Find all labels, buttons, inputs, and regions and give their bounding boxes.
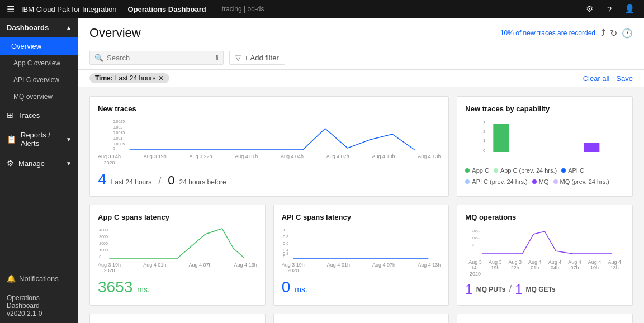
svg-text:1: 1 [484,139,486,142]
svg-text:0: 0 [99,255,101,259]
svg-text:0.002: 0.002 [113,125,123,129]
svg-rect-10 [494,124,509,152]
apic-latency-title: API C spans latency [282,213,441,221]
apic-latency-unit: ms. [295,285,307,294]
filters-bar: 🔍 ℹ ▽ + Add filter [78,46,644,70]
filter-icon: ▽ [235,54,241,62]
svg-text:0.8: 0.8 [283,235,288,239]
sidebar-item-mq-overview[interactable]: MQ overview [0,88,78,105]
refresh-icon[interactable]: ↻ [610,28,617,39]
mq-operations-card: MQ operations 400u 200u 0 Aug 3 14h2020 … [457,205,633,306]
new-traces-previous-label: 24 hours before [179,178,226,186]
new-traces-capability-title: New traces by capability [465,104,624,113]
manage-icon: ⚙ [7,159,14,168]
sidebar-item-manage[interactable]: ⚙ Manage ▼ [0,153,78,173]
reports-icon: 📋 [7,135,16,144]
capability-chart: 3 2 1 0 [465,117,624,162]
dashboards-label: Dashboards [7,23,49,32]
capability-legend: App C App C (prev. 24 hrs.) API C API C … [465,167,624,185]
sidebar-item-notifications[interactable]: 🔔 Notifications [0,269,78,288]
top-spans-errors-card: Top spans with errors ⋮ Operation Errors… [273,314,449,323]
appc-prev-dot [494,168,498,173]
page-header-right: 10% of new traces are recorded ⤴ ↻ 🕐 [500,28,633,39]
apic-latency-value: 0 [282,278,291,296]
clear-all-link[interactable]: Clear all [583,74,610,83]
new-traces-card: New traces 0.0025 0.002 0.0015 0.001 0.0… [89,96,449,197]
appc-latency-unit: ms. [137,285,150,294]
tags-actions: Clear all Save [583,74,633,83]
mq-gets-label: MQ GETs [526,286,556,293]
help-icon[interactable]: ? [602,1,617,17]
topbar-icons: ⚙ ? 👤 [581,1,637,17]
time-tag: Time: Last 24 hours ✕ [89,73,169,83]
apic-dot [561,168,566,173]
traces-most-spans-card: Traces with most spans ⋮ Operation Spans… [457,314,633,323]
apic-latency-chart: 1 0.8 0.6 0.4 0.2 0 [282,226,441,259]
app-label: Operations Dashboard [128,5,206,13]
recording-info: 10% of new traces are recorded [500,29,595,37]
tags-row: Time: Last 24 hours ✕ Clear all Save [78,70,644,87]
clock-icon[interactable]: 🕐 [622,28,633,39]
search-box[interactable]: 🔍 ℹ [89,51,224,65]
sidebar-item-overview[interactable]: Overview [0,37,78,55]
appc-latency-title: App C spans latency [98,213,257,221]
mq-dot [532,179,537,184]
svg-text:4000: 4000 [99,228,108,232]
sidebar-item-reports[interactable]: 📋 Reports / Alerts ▼ [0,125,78,153]
top-root-spans-card: Top root spans ⋮ Operation Traces count … [89,314,266,323]
new-traces-chart: 0.0025 0.002 0.0015 0.001 0.0005 0 Aug 3… [98,117,441,166]
sidebar: Dashboards ▲ Overview App C overview API… [0,18,78,323]
dashboards-header[interactable]: Dashboards ▲ [0,18,78,37]
svg-rect-11 [584,142,600,152]
settings-icon[interactable]: ⚙ [581,1,597,17]
svg-text:0: 0 [472,243,475,246]
search-input[interactable] [107,54,212,62]
mq-gets-value: 1 [515,282,522,297]
apic-latency-card: API C spans latency 1 0.8 0.6 0.4 0.2 0 … [273,205,449,306]
bell-icon: 🔔 [7,274,16,283]
breadcrumb: tracing | od-ds [222,5,264,13]
info-icon[interactable]: ℹ [216,54,219,62]
svg-text:0: 0 [113,146,115,150]
svg-text:2000: 2000 [99,241,108,245]
menu-icon[interactable]: ☰ [7,4,15,15]
svg-text:3: 3 [484,121,486,125]
page-title: Overview [89,26,141,40]
sidebar-item-apic-overview[interactable]: API C overview [0,72,78,88]
traces-icon: ⊞ [7,111,13,120]
appc-latency-x: Aug 3 19h2020 Aug 4 01h Aug 4 07h Aug 4 … [98,262,257,274]
appc-latency-stat: 3653 ms. [98,278,257,296]
new-traces-stats: 4 Last 24 hours / 0 24 hours before [98,170,441,188]
save-link[interactable]: Save [616,74,633,83]
svg-text:1: 1 [283,228,285,232]
new-traces-svg: 0.0025 0.002 0.0015 0.001 0.0005 0 [98,117,441,151]
new-traces-x-axis: Aug 3 14h2020 Aug 3 19h Aug 3 22h Aug 4 … [98,154,441,166]
share-icon[interactable]: ⤴ [601,28,605,38]
apic-prev-dot [465,179,470,184]
appc-latency-value: 3653 [98,278,132,296]
mq-operations-title: MQ operations [465,213,624,221]
svg-text:3000: 3000 [99,235,108,239]
appc-latency-card: App C spans latency 4000 3000 2000 1000 … [89,205,266,306]
mq-ops-x: Aug 3 14h2020 Aug 3 19h Aug 3 22h Aug 4 … [465,259,624,277]
mq-puts-label: MQ PUTs [476,286,505,293]
user-icon[interactable]: 👤 [622,1,637,17]
svg-text:0.0005: 0.0005 [113,142,125,146]
search-icon: 🔍 [94,54,103,62]
add-filter-button[interactable]: ▽ + Add filter [229,51,285,65]
tag-close-icon[interactable]: ✕ [158,74,164,82]
new-traces-previous: 0 [168,173,174,188]
page-header-icons: ⤴ ↻ 🕐 [601,28,633,39]
sidebar-item-traces[interactable]: ⊞ Traces [0,105,78,125]
sidebar-version: Operations Dashboard v2020.2.1-0 [0,288,78,323]
page-header: Overview 10% of new traces are recorded … [78,18,644,46]
sidebar-item-appc-overview[interactable]: App C overview [0,55,78,72]
appc-dot [465,168,470,173]
svg-text:400u: 400u [472,230,480,233]
mq-operations-chart: 400u 200u 0 [465,226,624,256]
main-content: Overview 10% of new traces are recorded … [78,18,644,323]
svg-text:2: 2 [484,130,486,134]
svg-text:0.001: 0.001 [113,136,123,140]
mq-prev-dot [553,179,558,184]
mq-divider: / [509,283,512,295]
